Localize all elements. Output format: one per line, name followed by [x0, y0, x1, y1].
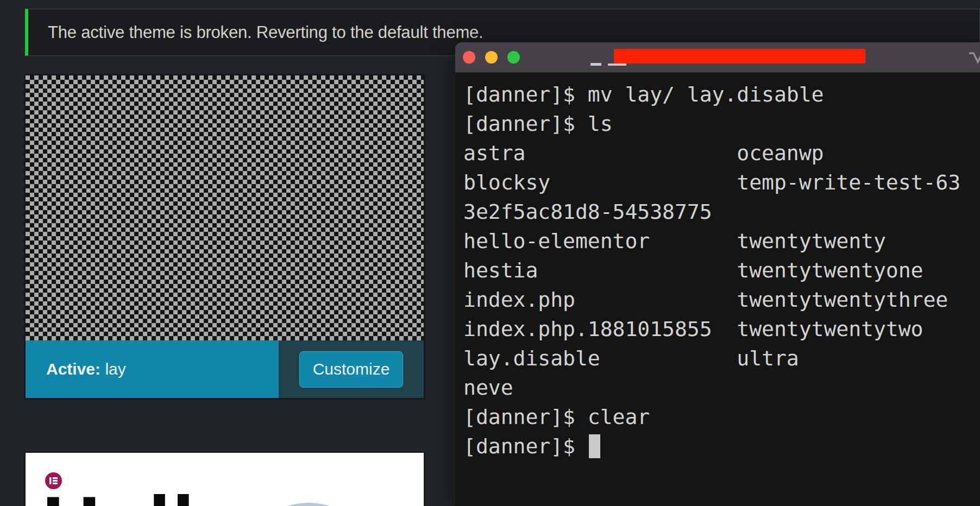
- terminal-line: hestia twentytwentyone: [463, 256, 980, 285]
- terminal-prompt-line: [danner]$: [463, 432, 980, 461]
- terminal-line: [danner]$ ls: [463, 109, 980, 138]
- active-theme-name: lay: [105, 360, 125, 378]
- terminal-line: hello-elementor twentytwenty: [463, 226, 980, 256]
- theme-screenshot-transparent[interactable]: [26, 75, 424, 340]
- theme-card-active[interactable]: Active: lay Customize: [24, 74, 425, 400]
- terminal-window: [danner]$ mv lay/ lay.disable[danner]$ l…: [455, 42, 980, 506]
- terminal-cursor: [589, 434, 600, 458]
- wordpress-themes-page: The active theme is broken. Reverting to…: [0, 0, 980, 506]
- active-theme-label: Active: lay: [26, 340, 279, 398]
- terminal-line: index.php.1881015855 twentytwentytwo: [463, 314, 980, 344]
- terminal-line: [danner]$ mv lay/ lay.disable: [463, 80, 980, 109]
- terminal-line: [danner]$ clear: [463, 402, 980, 432]
- theme-actions-panel: Customize: [279, 340, 424, 398]
- customize-button[interactable]: Customize: [299, 351, 403, 388]
- terminal-titlebar[interactable]: [455, 42, 980, 73]
- terminal-output: [danner]$ mv lay/ lay.disable[danner]$ l…: [463, 80, 980, 432]
- notice-text: The active theme is broken. Reverting to…: [28, 23, 483, 42]
- terminal-prompt: [danner]$: [463, 432, 588, 461]
- terminal-line: blocksy temp-write-test-63: [463, 168, 980, 197]
- theme-preview-title: Hello: [42, 484, 247, 506]
- active-label: Active:: [46, 360, 100, 378]
- terminal-line: index.php twentytwentythree: [463, 285, 980, 314]
- theme-card-hello[interactable]: Hello: [24, 451, 425, 506]
- theme-card-footer: Active: lay Customize: [26, 340, 424, 398]
- terminal-line: neve: [463, 373, 980, 402]
- redacted-title-remnant: [590, 63, 601, 66]
- redacted-title-remnant: [608, 64, 626, 66]
- window-controls: [463, 42, 520, 72]
- terminal-line: 3e2f5ac81d8-54538775: [463, 197, 980, 226]
- close-button[interactable]: [463, 51, 475, 64]
- terminal-line: astra oceanwp: [463, 138, 980, 168]
- titlebar-chevron-icon[interactable]: [968, 51, 980, 66]
- theme-preview-shape: [272, 503, 345, 506]
- zoom-button[interactable]: [507, 51, 520, 64]
- redacted-title-overlay: [614, 49, 865, 64]
- terminal-line: lay.disable ultra: [463, 344, 980, 373]
- minimize-button[interactable]: [485, 51, 498, 64]
- terminal-body[interactable]: [danner]$ mv lay/ lay.disable[danner]$ l…: [455, 73, 980, 461]
